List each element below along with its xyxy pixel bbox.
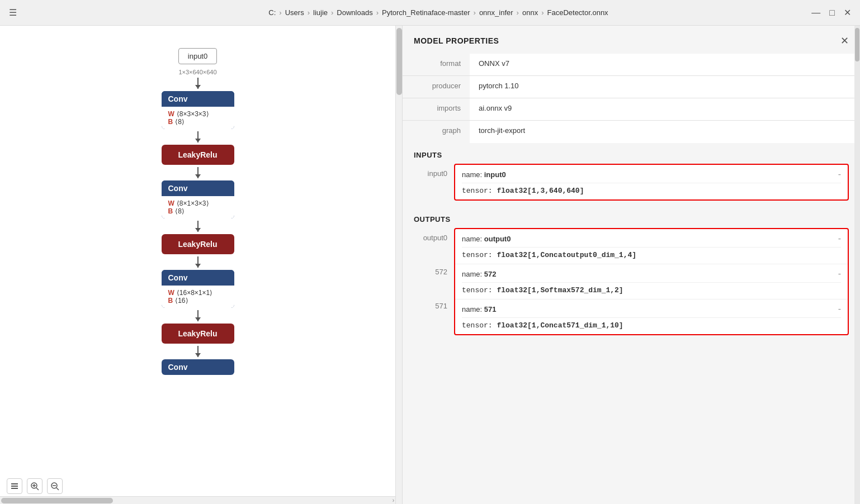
node-input0[interactable]: input0	[178, 48, 217, 64]
node-conv-2-header: Conv	[162, 180, 234, 196]
output572-name: name: 572	[462, 270, 496, 278]
close-button[interactable]: ✕	[844, 7, 851, 18]
input0-box[interactable]: name: input0 - tensor: float32[1,3,640,6…	[454, 164, 849, 201]
producer-value: pytorch 1.10	[470, 76, 860, 98]
zoom-out-icon	[50, 482, 59, 491]
input0-row: input0 name: input0 - tensor: float32[1,…	[414, 164, 849, 201]
node-conv-3-header: Conv	[162, 270, 234, 286]
output0-dash[interactable]: -	[838, 234, 841, 244]
input0-dash[interactable]: -	[838, 169, 841, 179]
format-label: format	[403, 54, 470, 75]
graph-value: torch-jit-export	[470, 121, 860, 143]
breadcrumb-sep-4: ›	[376, 8, 379, 17]
output571-tensor: tensor: float32[1,Concat571_dim_1,10]	[462, 321, 623, 330]
producer-label: producer	[403, 76, 470, 98]
breadcrumb-sep-5: ›	[474, 8, 476, 17]
input0-tensor: tensor: float32[1,3,640,640]	[462, 187, 584, 195]
svg-line-8	[56, 488, 59, 490]
graph-scrollbar-horizontal[interactable]: ›	[0, 496, 395, 504]
breadcrumb-filename: FaceDetector.onnx	[547, 8, 608, 17]
node-conv-1[interactable]: Conv W⟨8×3×3×3⟩ B⟨8⟩	[162, 91, 234, 129]
properties-header: MODEL PROPERTIES ✕	[403, 26, 860, 54]
breadcrumb-sep-7: ›	[541, 8, 544, 17]
arrow-4	[197, 221, 199, 232]
breadcrumb-onnx-infer: onnx_infer	[479, 8, 513, 17]
maximize-button[interactable]: □	[829, 8, 835, 18]
zoom-out-button[interactable]	[47, 478, 63, 494]
param-w-val-2: ⟨8×1×3×3⟩	[177, 199, 209, 207]
node-conv-3-body: W⟨16×8×1×1⟩ B⟨16⟩	[162, 286, 234, 308]
arrow-5	[197, 256, 199, 268]
list-icon-button[interactable]	[7, 478, 22, 494]
zoom-in-icon	[30, 482, 39, 491]
arrow-2	[197, 131, 199, 142]
window-controls: — □ ✕	[811, 7, 851, 18]
graph-scrollbar-vertical[interactable]	[395, 26, 402, 504]
node-leaky-2-label: LeakyRelu	[178, 240, 217, 249]
node-leaky-3[interactable]: LeakyRelu	[162, 324, 234, 344]
input0-tensor-row: tensor: float32[1,3,640,640]	[462, 183, 841, 195]
svg-rect-1	[11, 486, 18, 487]
graph-content: input0 1×3×640×640 Conv W⟨8×3×3×3⟩ B⟨8⟩ …	[0, 26, 395, 496]
properties-scrollbar-thumb[interactable]	[855, 28, 859, 61]
param-w-label-2: W	[168, 199, 174, 207]
imports-label: imports	[403, 98, 470, 120]
param-b-val-3: ⟨16⟩	[175, 297, 188, 305]
output571-tensor-row: tensor: float32[1,Concat571_dim_1,10]	[462, 317, 841, 330]
node-conv-2[interactable]: Conv W⟨8×1×3×3⟩ B⟨8⟩	[162, 180, 234, 218]
arrow-1	[197, 78, 199, 89]
node-conv-3[interactable]: Conv W⟨16×8×1×1⟩ B⟨16⟩	[162, 270, 234, 308]
breadcrumb-liujie: liujie	[313, 8, 328, 17]
output572-name-row: name: 572 -	[462, 269, 841, 279]
imports-value: ai.onnx v9	[470, 98, 860, 120]
outputs-box[interactable]: name: output0 - tensor: float32[1,Concat…	[454, 228, 849, 335]
breadcrumb: C: › Users › liujie › Downloads › Pytorc…	[26, 8, 851, 17]
scroll-right-arrow[interactable]: ›	[393, 497, 394, 503]
output572-dash[interactable]: -	[838, 269, 841, 279]
zoom-in-button[interactable]	[27, 478, 42, 494]
output571-dash[interactable]: -	[838, 304, 841, 314]
node-conv-4-header: Conv	[162, 359, 234, 375]
breadcrumb-sep-1: ›	[279, 8, 281, 17]
properties-close-button[interactable]: ✕	[840, 35, 849, 47]
output0-section: name: output0 - tensor: float32[1,Concat…	[455, 229, 848, 264]
graph-scrollbar-v-thumb[interactable]	[396, 28, 402, 95]
output572-tensor-row: tensor: float32[1,Softmax572_dim_1,2]	[462, 282, 841, 294]
node-leaky-1[interactable]: LeakyRelu	[162, 145, 234, 165]
graph-scrollbar-h-thumb[interactable]	[1, 498, 113, 503]
prop-row-format: format ONNX v7	[403, 54, 860, 76]
node-input0-label: input0	[188, 52, 207, 60]
graph-panel: input0 1×3×640×640 Conv W⟨8×3×3×3⟩ B⟨8⟩ …	[0, 26, 403, 504]
properties-title: MODEL PROPERTIES	[414, 36, 499, 45]
node-conv-1-header: Conv	[162, 91, 234, 107]
input0-name-row: name: input0 -	[462, 169, 841, 179]
node-leaky-1-label: LeakyRelu	[178, 150, 217, 159]
input0-row-label: input0	[414, 164, 447, 178]
svg-rect-0	[11, 483, 18, 484]
output571-section: name: 571 - tensor: float32[1,Concat571_…	[455, 299, 848, 334]
node-conv-4[interactable]: Conv	[162, 359, 234, 375]
title-bar: ☰ C: › Users › liujie › Downloads › Pyto…	[0, 0, 860, 26]
svg-line-4	[36, 488, 39, 490]
prop-row-graph: graph torch-jit-export	[403, 121, 860, 143]
param-b-val-1: ⟨8⟩	[175, 118, 185, 126]
node-leaky-3-label: LeakyRelu	[178, 329, 217, 338]
hamburger-icon[interactable]: ☰	[9, 7, 17, 18]
breadcrumb-sep-2: ›	[308, 8, 310, 17]
outputs-row: output0 572 571 name: output0 - tensor: …	[414, 228, 849, 335]
output571-name-row: name: 571 -	[462, 304, 841, 314]
breadcrumb-sep-3: ›	[331, 8, 333, 17]
graph-label: graph	[403, 121, 470, 143]
output571-row-label: 571	[414, 296, 447, 310]
prop-row-imports: imports ai.onnx v9	[403, 98, 860, 121]
arrow-7	[197, 346, 199, 357]
properties-scrollbar[interactable]	[854, 26, 860, 504]
arrow-3	[197, 167, 199, 178]
output0-tensor: tensor: float32[1,Concatoutput0_dim_1,4]	[462, 251, 636, 259]
breadcrumb-onnx: onnx	[522, 8, 538, 17]
node-leaky-2[interactable]: LeakyRelu	[162, 234, 234, 254]
input0-name: name: input0	[462, 170, 506, 179]
properties-panel: MODEL PROPERTIES ✕ format ONNX v7 produc…	[403, 26, 860, 504]
output571-name: name: 571	[462, 305, 496, 313]
minimize-button[interactable]: —	[811, 8, 820, 18]
